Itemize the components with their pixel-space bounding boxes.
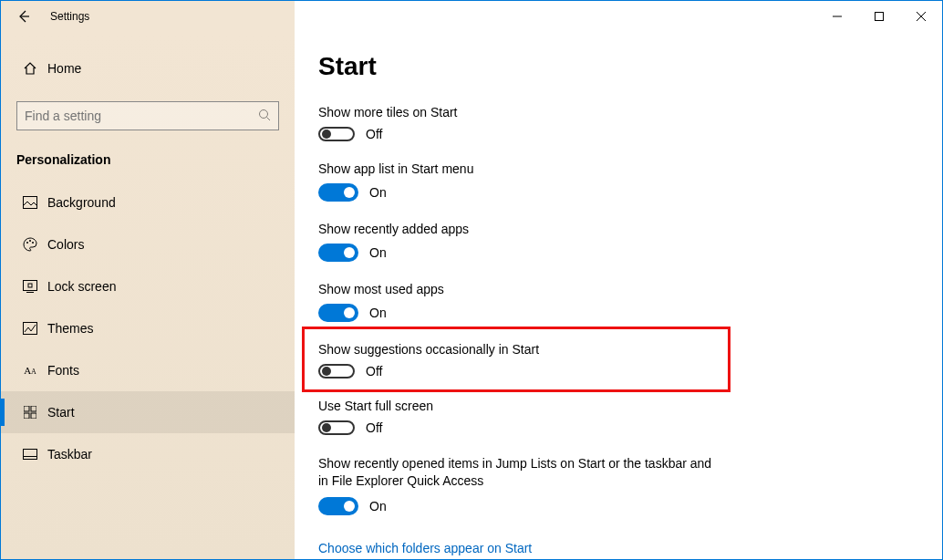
link-choose-folders[interactable]: Choose which folders appear on Start — [318, 541, 532, 555]
sidebar-item-start[interactable]: Start — [1, 391, 295, 433]
setting-most-used: Show most used apps On — [318, 282, 918, 322]
sidebar-home[interactable]: Home — [16, 50, 279, 87]
svg-rect-15 — [31, 406, 36, 411]
sidebar-item-background[interactable]: Background — [1, 181, 295, 223]
toggle-app-list[interactable] — [318, 183, 358, 202]
sidebar-item-label: Taskbar — [47, 447, 92, 461]
main-panel: Start Show more tiles on Start Off Show … — [295, 32, 942, 559]
setting-label: Show recently opened items in Jump Lists… — [318, 455, 720, 490]
svg-line-5 — [267, 117, 271, 120]
sidebar-item-colors[interactable]: Colors — [1, 223, 295, 265]
sidebar-item-fonts[interactable]: AA Fonts — [1, 349, 295, 391]
sidebar-item-lock-screen[interactable]: Lock screen — [1, 265, 295, 307]
lock-screen-icon — [23, 280, 37, 293]
setting-label: Show recently added apps — [318, 222, 918, 236]
setting-label: Show more tiles on Start — [318, 105, 918, 119]
search-icon — [258, 109, 271, 124]
svg-point-9 — [32, 242, 34, 244]
sidebar: Home Personalization Background Colors L… — [1, 32, 295, 559]
toggle-state: On — [369, 306, 387, 320]
back-arrow-icon — [16, 9, 31, 24]
picture-icon — [23, 196, 37, 209]
setting-recently-added: Show recently added apps On — [318, 222, 918, 262]
svg-rect-17 — [31, 413, 36, 419]
setting-recent-jumplists: Show recently opened items in Jump Lists… — [318, 455, 918, 515]
toggle-more-tiles[interactable] — [318, 127, 355, 141]
setting-app-list: Show app list in Start menu On — [318, 161, 918, 202]
setting-suggestions: Show suggestions occasionally in Start O… — [318, 342, 918, 379]
start-icon — [24, 406, 36, 419]
sidebar-item-label: Themes — [47, 321, 94, 336]
home-icon — [23, 61, 37, 76]
window-title: Settings — [50, 10, 89, 23]
svg-rect-10 — [24, 281, 37, 291]
svg-rect-12 — [28, 284, 32, 287]
themes-icon — [23, 322, 37, 335]
toggle-recent-jumplists[interactable] — [318, 497, 358, 515]
svg-rect-13 — [24, 323, 37, 335]
svg-rect-16 — [24, 413, 29, 419]
setting-more-tiles: Show more tiles on Start Off — [318, 105, 918, 141]
svg-point-7 — [26, 242, 28, 244]
sidebar-item-taskbar[interactable]: Taskbar — [1, 433, 295, 475]
toggle-state: On — [369, 185, 387, 200]
minimize-button[interactable] — [816, 2, 858, 31]
sidebar-item-label: Colors — [47, 237, 84, 252]
svg-rect-6 — [24, 197, 37, 209]
setting-label: Show most used apps — [318, 282, 918, 296]
sidebar-category: Personalization — [16, 152, 279, 167]
page-heading: Start — [318, 52, 918, 81]
toggle-state: Off — [366, 420, 382, 435]
maximize-button[interactable] — [858, 2, 900, 31]
svg-rect-14 — [24, 406, 29, 411]
toggle-state: On — [369, 499, 387, 513]
sidebar-item-label: Fonts — [47, 363, 79, 378]
svg-rect-1 — [876, 13, 884, 21]
svg-point-8 — [29, 240, 31, 242]
fonts-icon: AA — [24, 365, 36, 376]
search-box[interactable] — [16, 101, 279, 130]
sidebar-item-label: Lock screen — [47, 279, 116, 294]
setting-label: Show app list in Start menu — [318, 161, 918, 176]
toggle-state: On — [369, 245, 387, 260]
sidebar-item-label: Start — [47, 405, 75, 420]
close-button[interactable] — [900, 2, 942, 31]
close-icon — [917, 12, 926, 21]
sidebar-item-label: Background — [47, 195, 116, 210]
palette-icon — [23, 237, 37, 252]
toggle-recently-added[interactable] — [318, 244, 358, 262]
setting-full-screen: Use Start full screen Off — [318, 399, 918, 435]
svg-rect-18 — [24, 450, 37, 460]
setting-label: Show suggestions occasionally in Start — [318, 342, 918, 357]
toggle-full-screen[interactable] — [318, 420, 355, 435]
minimize-icon — [833, 12, 842, 21]
setting-label: Use Start full screen — [318, 399, 918, 413]
search-input[interactable] — [25, 109, 258, 123]
maximize-icon — [875, 12, 884, 21]
sidebar-item-themes[interactable]: Themes — [1, 307, 295, 349]
toggle-most-used[interactable] — [318, 304, 358, 322]
toggle-state: Off — [366, 127, 382, 141]
taskbar-icon — [23, 449, 37, 460]
sidebar-home-label: Home — [47, 61, 81, 76]
svg-point-4 — [260, 109, 268, 118]
toggle-state: Off — [366, 364, 382, 379]
back-button[interactable] — [10, 3, 37, 30]
toggle-suggestions[interactable] — [318, 364, 355, 379]
